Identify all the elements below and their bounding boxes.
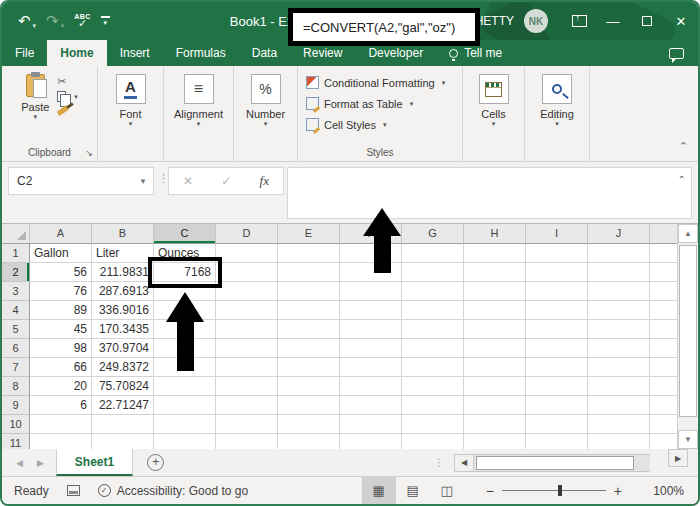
copy-dropdown-icon[interactable]: ▾ bbox=[74, 93, 78, 100]
select-all-button[interactable] bbox=[2, 224, 30, 244]
row-header-2[interactable]: 2 bbox=[2, 263, 30, 282]
grid-cell-C11[interactable] bbox=[154, 434, 216, 449]
grid-cell-G8[interactable] bbox=[402, 377, 464, 396]
sheetbar-resize-handle[interactable]: ⋮ bbox=[434, 457, 444, 468]
grid-cell-J8[interactable] bbox=[588, 377, 650, 396]
grid-cell-F3[interactable] bbox=[340, 282, 402, 301]
grid-cell-D10[interactable] bbox=[216, 415, 278, 434]
formula-input[interactable] bbox=[287, 167, 692, 219]
horizontal-scrollbar[interactable]: ◀ bbox=[454, 454, 650, 472]
grid-cell-J5[interactable] bbox=[588, 320, 650, 339]
grid-cell-C10[interactable] bbox=[154, 415, 216, 434]
row-header-1[interactable]: 1 bbox=[2, 244, 30, 263]
grid-cell-F6[interactable] bbox=[340, 339, 402, 358]
number-group-button[interactable]: % Number ▾ bbox=[234, 66, 298, 161]
grid-cell-H2[interactable] bbox=[464, 263, 526, 282]
column-header-D[interactable]: D bbox=[216, 224, 278, 244]
grid-cell-H5[interactable] bbox=[464, 320, 526, 339]
grid-cell-D3[interactable] bbox=[216, 282, 278, 301]
grid-cell-I7[interactable] bbox=[526, 358, 588, 377]
grid-cell-B3[interactable]: 287.6913 bbox=[92, 282, 154, 301]
zoom-slider-thumb[interactable] bbox=[558, 485, 562, 496]
grid-cell-B4[interactable]: 336.9016 bbox=[92, 301, 154, 320]
grid-cell-A1[interactable]: Gallon bbox=[30, 244, 92, 263]
avatar[interactable]: NK bbox=[524, 9, 548, 33]
undo-dropdown-icon[interactable]: ▾ bbox=[33, 22, 37, 30]
grid-cell-G4[interactable] bbox=[402, 301, 464, 320]
grid-cell-E8[interactable] bbox=[278, 377, 340, 396]
grid-cell-J7[interactable] bbox=[588, 358, 650, 377]
grid-cell-I6[interactable] bbox=[526, 339, 588, 358]
grid-cell-D7[interactable] bbox=[216, 358, 278, 377]
grid-cell-E3[interactable] bbox=[278, 282, 340, 301]
minimize-button[interactable]: — bbox=[596, 2, 630, 40]
grid-cell-I10[interactable] bbox=[526, 415, 588, 434]
zoom-out-button[interactable]: − bbox=[478, 483, 502, 499]
grid-cell-A2[interactable]: 56 bbox=[30, 263, 92, 282]
column-header-G[interactable]: G bbox=[402, 224, 464, 244]
grid-cell-I8[interactable] bbox=[526, 377, 588, 396]
grid-cell-D6[interactable] bbox=[216, 339, 278, 358]
row-header-5[interactable]: 5 bbox=[2, 320, 30, 339]
column-header-H[interactable]: H bbox=[464, 224, 526, 244]
grid-cell-B1[interactable]: Liter bbox=[92, 244, 154, 263]
horizontal-scroll-thumb[interactable] bbox=[476, 456, 634, 470]
grid-cell-G1[interactable] bbox=[402, 244, 464, 263]
grid-cell-E10[interactable] bbox=[278, 415, 340, 434]
tab-file[interactable]: File bbox=[2, 40, 47, 66]
scroll-up-icon[interactable]: ▲ bbox=[678, 224, 698, 243]
tab-data[interactable]: Data bbox=[239, 40, 290, 66]
grid-cell-H3[interactable] bbox=[464, 282, 526, 301]
grid-cell-H7[interactable] bbox=[464, 358, 526, 377]
grid-cell-J2[interactable] bbox=[588, 263, 650, 282]
grid-cell-I1[interactable] bbox=[526, 244, 588, 263]
grid-cell-B9[interactable]: 22.71247 bbox=[92, 396, 154, 415]
column-header-A[interactable]: A bbox=[30, 224, 92, 244]
grid-cell-H1[interactable] bbox=[464, 244, 526, 263]
grid-cell-A10[interactable] bbox=[30, 415, 92, 434]
redo-dropdown-icon[interactable]: ▾ bbox=[61, 22, 65, 30]
name-box[interactable]: C2 ▼ bbox=[8, 167, 154, 195]
grid-cell-C8[interactable] bbox=[154, 377, 216, 396]
format-painter-button[interactable] bbox=[57, 105, 70, 116]
macro-record-icon[interactable] bbox=[67, 485, 80, 496]
column-header-E[interactable]: E bbox=[278, 224, 340, 244]
editing-dropdown-icon[interactable]: ▾ bbox=[555, 120, 559, 127]
tab-insert[interactable]: Insert bbox=[107, 40, 163, 66]
column-header-I[interactable]: I bbox=[526, 224, 588, 244]
grid-cell-D2[interactable] bbox=[216, 263, 278, 282]
grid-cell-H4[interactable] bbox=[464, 301, 526, 320]
grid-cell-G10[interactable] bbox=[402, 415, 464, 434]
grid-cell-D8[interactable] bbox=[216, 377, 278, 396]
grid-cell-C5[interactable] bbox=[154, 320, 216, 339]
grid-cell-H8[interactable] bbox=[464, 377, 526, 396]
cancel-icon[interactable]: ✕ bbox=[183, 174, 193, 188]
row-header-3[interactable]: 3 bbox=[2, 282, 30, 301]
grid-cell-J10[interactable] bbox=[588, 415, 650, 434]
undo-button[interactable]: ↶▾ bbox=[18, 12, 36, 30]
enter-icon[interactable]: ✓ bbox=[221, 174, 231, 188]
row-header-10[interactable]: 10 bbox=[2, 415, 30, 434]
grid-cell-J3[interactable] bbox=[588, 282, 650, 301]
grid-cell-J11[interactable] bbox=[588, 434, 650, 449]
tab-formulas[interactable]: Formulas bbox=[163, 40, 239, 66]
font-group-button[interactable]: A Font ▾ bbox=[98, 66, 164, 161]
grid-cell-F2[interactable] bbox=[340, 263, 402, 282]
grid-cell-C2[interactable]: 7168 bbox=[154, 263, 216, 282]
grid-cell-E2[interactable] bbox=[278, 263, 340, 282]
grid-cell-J1[interactable] bbox=[588, 244, 650, 263]
grid-cell-A7[interactable]: 66 bbox=[30, 358, 92, 377]
grid-cell-C3[interactable] bbox=[154, 282, 216, 301]
vertical-scrollbar[interactable]: ▲ ▼ bbox=[677, 224, 698, 449]
paste-dropdown-icon[interactable]: ▾ bbox=[33, 113, 37, 120]
spell-check-button[interactable]: ABC✓ bbox=[74, 13, 91, 29]
grid-cell-I11[interactable] bbox=[526, 434, 588, 449]
grid-cell-I4[interactable] bbox=[526, 301, 588, 320]
grid-cell-E6[interactable] bbox=[278, 339, 340, 358]
row-header-9[interactable]: 9 bbox=[2, 396, 30, 415]
grid-cell-A11[interactable] bbox=[30, 434, 92, 449]
grid-cell-I5[interactable] bbox=[526, 320, 588, 339]
grid-cell-E9[interactable] bbox=[278, 396, 340, 415]
grid-cell-F10[interactable] bbox=[340, 415, 402, 434]
grid-cell-D5[interactable] bbox=[216, 320, 278, 339]
